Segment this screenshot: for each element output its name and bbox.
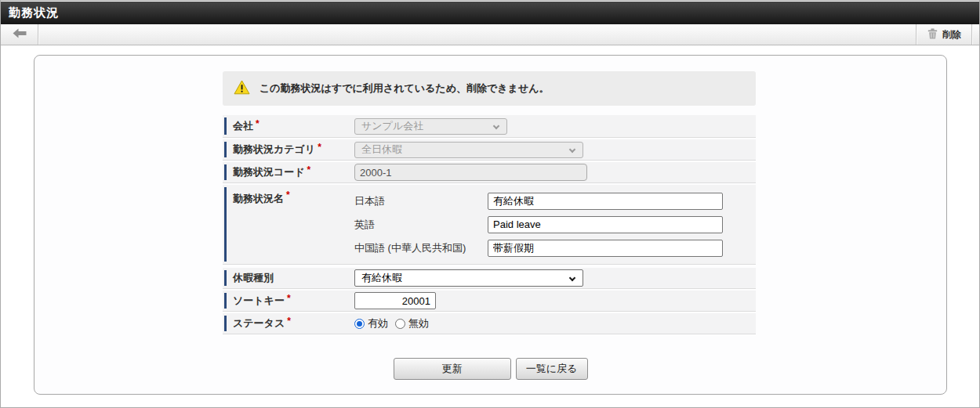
sort-key-label: ソートキー [233, 294, 285, 308]
company-label: 会社 [233, 119, 253, 133]
form-panel: この勤務状況はすでに利用されているため、削除できません。 会社 * サンプル会社 [34, 55, 947, 395]
content-area: この勤務状況はすでに利用されているため、削除できません。 会社 * サンプル会社 [1, 45, 979, 407]
warning-message: この勤務状況はすでに利用されているため、削除できません。 [260, 81, 549, 96]
toolbar-spacer [39, 24, 916, 45]
page-title: 勤務状況 [9, 5, 59, 20]
form-table: 会社 * サンプル会社 勤務状況カテゴリ * [223, 115, 756, 336]
form-row-name: 勤務状況名 * 日本語 英語 [223, 185, 756, 265]
form-row-sort-key: ソートキー * [223, 291, 756, 312]
required-asterisk: * [318, 142, 321, 153]
title-bar: 勤務状況 [1, 2, 979, 24]
required-asterisk: * [286, 190, 290, 200]
category-label: 勤務状況カテゴリ [233, 143, 315, 157]
form-row-company: 会社 * サンプル会社 [223, 115, 756, 138]
required-asterisk: * [307, 164, 311, 175]
label-accent-bar [224, 142, 227, 157]
label-accent-bar [224, 293, 227, 309]
status-radio-inactive-label: 無効 [408, 316, 429, 330]
status-radio-inactive[interactable] [395, 319, 405, 329]
leave-type-select[interactable]: 有給休暇 [354, 269, 583, 287]
label-accent-bar [224, 316, 227, 331]
name-row-chinese: 中国語 (中華人民共和国) [354, 236, 756, 260]
name-lang-label: 英語 [354, 218, 488, 232]
delete-button[interactable]: 削除 [917, 24, 971, 45]
name-japanese-input[interactable] [488, 193, 723, 210]
leave-type-label: 休暇種別 [233, 271, 274, 285]
company-select-value: サンプル会社 [361, 119, 423, 133]
chevron-down-icon [569, 275, 575, 281]
code-input [354, 164, 587, 181]
chevron-down-icon [493, 122, 499, 128]
leave-type-select-value: 有給休暇 [361, 271, 402, 285]
status-radio-active-label: 有効 [368, 316, 388, 330]
warning-banner: この勤務状況はすでに利用されているため、削除できません。 [223, 71, 756, 106]
name-label: 勤務状況名 [233, 192, 284, 206]
code-label: 勤務状況コード [233, 165, 305, 179]
required-asterisk: * [287, 293, 291, 304]
name-chinese-input[interactable] [488, 240, 723, 257]
form-row-status: ステータス * 有効 無効 [223, 313, 756, 334]
category-select: 全日休暇 [354, 142, 583, 158]
label-accent-bar [224, 187, 227, 262]
sort-key-input[interactable] [354, 292, 436, 309]
category-select-value: 全日休暇 [361, 143, 402, 157]
required-asterisk: * [256, 118, 260, 129]
name-lang-label: 日本語 [354, 194, 488, 208]
back-to-list-button[interactable]: 一覧に戻る [516, 358, 588, 380]
update-button[interactable]: 更新 [394, 358, 511, 380]
name-row-english: 英語 [354, 213, 756, 236]
form-row-category: 勤務状況カテゴリ * 全日休暇 [223, 139, 756, 161]
app-window: 勤務状況 削除 [0, 0, 980, 408]
toolbar: 削除 [1, 24, 979, 45]
status-radio-active[interactable] [354, 319, 365, 329]
name-lang-label: 中国語 (中華人民共和国) [354, 241, 488, 255]
warning-icon [234, 80, 250, 98]
delete-button-label: 削除 [942, 28, 961, 42]
status-label: ステータス [233, 316, 285, 330]
name-english-input[interactable] [488, 216, 723, 233]
status-radio-group: 有効 無効 [354, 316, 436, 330]
form-actions: 更新 一覧に戻る [34, 358, 946, 380]
back-button[interactable] [1, 24, 38, 45]
trash-icon [927, 28, 938, 42]
arrow-left-icon [13, 28, 27, 41]
form-row-leave-type: 休暇種別 有給休暇 [223, 268, 756, 289]
required-asterisk: * [287, 316, 291, 327]
company-select: サンプル会社 [354, 118, 507, 135]
label-accent-bar [224, 164, 227, 180]
form-row-code: 勤務状況コード * [223, 162, 756, 183]
chevron-down-icon [569, 146, 575, 152]
label-accent-bar [224, 117, 227, 135]
name-row-japanese: 日本語 [354, 190, 756, 213]
label-accent-bar [224, 270, 227, 286]
